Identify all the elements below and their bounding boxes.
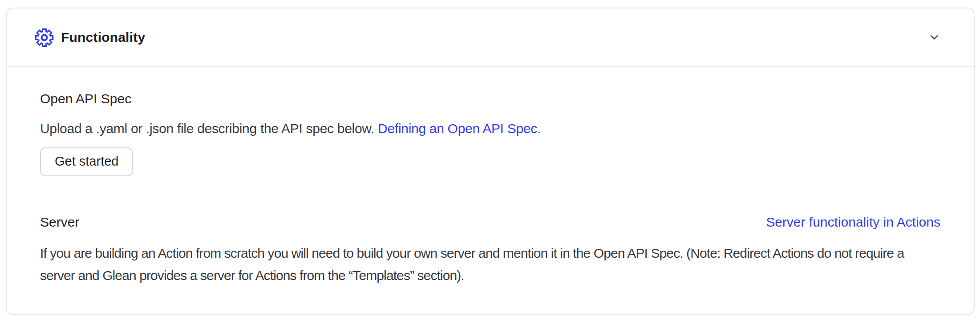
server-label: Server [40,214,79,231]
open-api-spec-section: Open API Spec Upload a .yaml or .json fi… [40,90,940,176]
functionality-panel: Functionality Open API Spec Upload a .ya… [6,8,975,315]
server-section: Server Server functionality in Actions I… [40,214,940,287]
open-api-spec-description-text: Upload a .yaml or .json file describing … [40,121,374,136]
server-label-row: Server Server functionality in Actions [40,214,940,231]
server-description: If you are building an Action from scrat… [40,242,940,287]
defining-open-api-spec-link[interactable]: Defining an Open API Spec. [378,121,541,136]
server-functionality-link[interactable]: Server functionality in Actions [766,215,940,230]
functionality-section-header[interactable]: Functionality [7,8,974,67]
get-started-button[interactable]: Get started [40,147,133,176]
panel-content: Open API Spec Upload a .yaml or .json fi… [7,67,974,287]
open-api-spec-description: Upload a .yaml or .json file describing … [40,119,940,138]
chevron-down-icon[interactable] [927,30,942,45]
panel-title: Functionality [61,30,145,45]
open-api-spec-label: Open API Spec [40,90,940,107]
gear-icon [33,27,55,48]
